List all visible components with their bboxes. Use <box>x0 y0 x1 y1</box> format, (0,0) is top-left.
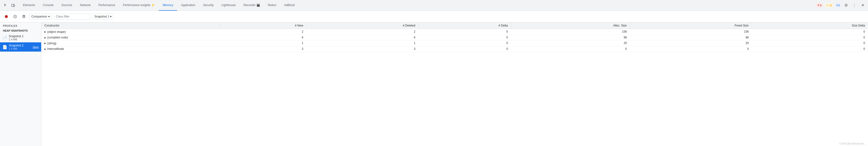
cell-constructor[interactable]: ▶(string) <box>41 40 220 46</box>
cell-constructor[interactable]: ▶(object shape) <box>41 29 220 35</box>
close-devtools-icon[interactable]: ✕ <box>859 2 866 9</box>
view-label: Comparison <box>31 15 47 18</box>
cell-deleted: 2 <box>306 29 418 35</box>
col-new[interactable]: # New <box>220 23 306 29</box>
sidebar: Profiles HEAP SNAPSHOTS 📄 Snapshot 1 1.4… <box>0 23 41 146</box>
constructor-name: (compiled code) <box>47 36 68 39</box>
more-options-icon[interactable]: ⋮ <box>851 2 858 9</box>
tab-security[interactable]: Security <box>199 0 217 11</box>
watermark: CSDN @GoldinaArche... <box>839 142 866 145</box>
heap-snapshots-title: HEAP SNAPSHOTS <box>0 28 41 33</box>
save-snapshot-link[interactable]: Save <box>33 45 39 48</box>
tab-recorder[interactable]: Recorder 🎬 <box>240 0 264 11</box>
delete-snapshot-button[interactable] <box>21 13 27 20</box>
col-freed-size[interactable]: Freed Size <box>630 23 752 29</box>
tab-performance[interactable]: Performance <box>94 0 119 11</box>
snapshot-dropdown-icon: ▾ <box>110 15 112 18</box>
cell-deleted: 3 <box>306 46 418 52</box>
tab-redux[interactable]: Redux <box>264 0 280 11</box>
main-area: Profiles HEAP SNAPSHOTS 📄 Snapshot 1 1.4… <box>0 23 868 146</box>
cell-delta: 0 <box>418 35 511 40</box>
row-expander[interactable]: ▶InternalNode <box>44 47 64 50</box>
top-toolbar: Elements Console Sources Network Perform… <box>0 0 868 11</box>
tab-elements[interactable]: Elements <box>19 0 39 11</box>
row-expander[interactable]: ▶(compiled code) <box>44 36 68 39</box>
second-toolbar: Comparison ▾ Snapshot 1 ▾ <box>0 11 868 23</box>
table-row[interactable]: ▶(compiled code)66096960 <box>41 35 868 40</box>
cell-new: 1 <box>220 40 306 46</box>
expand-arrow-icon: ▶ <box>44 42 46 44</box>
constructor-name: (string) <box>47 42 56 45</box>
tab-adblock[interactable]: AdBlock <box>280 0 299 11</box>
class-filter-input[interactable] <box>54 14 90 20</box>
snapshot-2-size: 1.4 MB <box>9 47 31 50</box>
table-row[interactable]: ▶(object shape)2201561560 <box>41 29 868 35</box>
cell-constructor[interactable]: ▶InternalNode <box>41 46 220 52</box>
row-expander[interactable]: ▶(object shape) <box>44 30 66 34</box>
tab-sources[interactable]: Sources <box>58 0 76 11</box>
stop-button[interactable] <box>12 13 19 20</box>
cell-alloc_size: 156 <box>511 29 630 35</box>
constructor-name: (object shape) <box>47 30 66 34</box>
cell-freed_size: 20 <box>630 40 752 46</box>
expand-arrow-icon: ▶ <box>44 36 46 39</box>
tab-performance-insights[interactable]: Performance insights ⚡ <box>119 0 159 11</box>
snapshot-2-info: Snapshot 2 1.4 MB <box>9 44 31 50</box>
cell-alloc_size: 96 <box>511 35 630 40</box>
cell-delta: 0 <box>418 29 511 35</box>
col-alloc-size[interactable]: Alloc. Size <box>511 23 630 29</box>
tab-navigation: Elements Console Sources Network Perform… <box>19 0 815 11</box>
top-bar-right: ✕ 6 ⚠ 26 ℹ 8 ⚙ ⋮ ✕ <box>816 2 866 9</box>
info-badge[interactable]: ℹ 8 <box>835 3 841 7</box>
col-constructor[interactable]: Constructor <box>41 23 220 29</box>
snapshot-1-item[interactable]: 📄 Snapshot 1 1.4 MB <box>0 33 41 42</box>
col-size-delta[interactable]: Size Delta <box>752 23 868 29</box>
tab-lighthouse[interactable]: Lighthouse <box>217 0 240 11</box>
warning-icon: ⚠ <box>826 4 829 7</box>
cell-constructor[interactable]: ▶(compiled code) <box>41 35 220 40</box>
snapshot-2-name: Snapshot 2 <box>9 44 31 47</box>
snapshot-1-info: Snapshot 1 1.4 MB <box>9 35 39 41</box>
cell-deleted: 6 <box>306 35 418 40</box>
table-header-row: Constructor # New # Deleted # Delta Allo… <box>41 23 868 29</box>
cursor-icon-btn[interactable] <box>2 2 9 9</box>
cell-new: 3 <box>220 46 306 52</box>
snapshot-1-name: Snapshot 1 <box>9 35 39 38</box>
warning-badge[interactable]: ⚠ 26 <box>825 3 834 7</box>
cell-delta: 0 <box>418 40 511 46</box>
tab-memory[interactable]: Memory <box>159 0 177 11</box>
snapshot-dropdown[interactable]: Snapshot 1 ▾ <box>92 14 114 20</box>
tab-network[interactable]: Network <box>76 0 94 11</box>
info-count: 8 <box>838 4 840 7</box>
expand-arrow-icon: ▶ <box>44 48 46 50</box>
cell-alloc_size: 20 <box>511 40 630 46</box>
expand-arrow-icon: ▶ <box>44 30 46 33</box>
error-badge[interactable]: ✕ 6 <box>816 3 823 7</box>
table-row[interactable]: ▶InternalNode330000 <box>41 46 868 52</box>
table-row[interactable]: ▶(string)11020200 <box>41 40 868 46</box>
tab-console[interactable]: Console <box>39 0 58 11</box>
snapshot-1-size: 1.4 MB <box>9 38 39 41</box>
snapshot-2-icon: 📄 <box>2 45 7 49</box>
record-button[interactable] <box>3 13 10 20</box>
error-count: 6 <box>820 4 822 7</box>
cell-new: 2 <box>220 29 306 35</box>
snapshot-1-icon: 📄 <box>2 36 7 40</box>
snapshot-2-item[interactable]: 📄 Snapshot 2 1.4 MB Save <box>0 42 41 51</box>
settings-icon[interactable]: ⚙ <box>843 2 849 9</box>
cell-deleted: 1 <box>306 40 418 46</box>
device-icon-btn[interactable] <box>10 2 17 9</box>
table-area: Constructor # New # Deleted # Delta Allo… <box>41 23 868 146</box>
cell-delta: 0 <box>418 46 511 52</box>
col-deleted[interactable]: # Deleted <box>306 23 418 29</box>
tab-application[interactable]: Application <box>177 0 199 11</box>
row-expander[interactable]: ▶(string) <box>44 42 56 45</box>
cell-freed_size: 96 <box>630 35 752 40</box>
svg-rect-5 <box>23 16 25 18</box>
cell-size_delta: 0 <box>752 29 868 35</box>
cell-size_delta: 0 <box>752 35 868 40</box>
view-dropdown[interactable]: Comparison ▾ <box>29 14 52 20</box>
cell-alloc_size: 0 <box>511 46 630 52</box>
svg-rect-1 <box>13 5 14 7</box>
col-delta[interactable]: # Delta <box>418 23 511 29</box>
